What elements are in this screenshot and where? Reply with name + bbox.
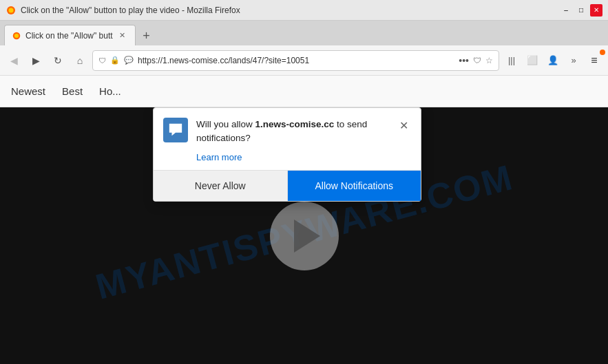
- shield-verify-icon: 🛡: [473, 56, 481, 65]
- notification-indicator: [600, 50, 605, 55]
- tab-active[interactable]: Click on the "Allow" butt ✕: [4, 25, 136, 45]
- home-button[interactable]: ⌂: [70, 51, 90, 70]
- play-button-container[interactable]: [270, 202, 339, 270]
- forward-button[interactable]: ▶: [26, 51, 45, 70]
- popup-question-before: Will you allow: [196, 119, 255, 129]
- security-icon: 🛡: [98, 56, 106, 65]
- new-tab-button[interactable]: +: [137, 26, 156, 45]
- pocket-icon[interactable]: 👤: [543, 51, 563, 70]
- site-nav-home[interactable]: Ho...: [99, 85, 121, 97]
- popup-question: Will you allow 1.news-comise.cc to send …: [196, 119, 367, 143]
- titlebar-left: Click on the "Allow" button to play the …: [6, 5, 240, 16]
- address-bar[interactable]: 🛡 🔒 💬 https://1.news-comise.cc/lands/47/…: [92, 50, 499, 71]
- never-allow-button[interactable]: Never Allow: [154, 171, 288, 201]
- titlebar: Click on the "Allow" button to play the …: [0, 0, 608, 21]
- popup-learn-more: Learn more: [154, 151, 421, 170]
- address-more-button[interactable]: •••: [459, 55, 469, 66]
- site-nav-best[interactable]: Best: [62, 85, 83, 97]
- back-button[interactable]: ◀: [4, 51, 23, 70]
- learn-more-link[interactable]: Learn more: [196, 152, 242, 162]
- play-triangle-icon: [294, 220, 320, 253]
- tabbar: Click on the "Allow" butt ✕ +: [0, 21, 608, 45]
- popup-domain: 1.news-comise.cc: [255, 119, 335, 129]
- tab-close-button[interactable]: ✕: [117, 30, 128, 41]
- close-button[interactable]: ✕: [590, 4, 602, 17]
- notification-icon: 💬: [124, 56, 134, 65]
- tab-favicon: [12, 31, 21, 41]
- main-content: MYANTISPYWARE.COM Will you allow 1.news-…: [0, 107, 608, 364]
- popup-text: Will you allow 1.news-comise.cc to send …: [196, 118, 388, 145]
- tab-title: Click on the "Allow" butt: [25, 31, 113, 41]
- popup-chat-icon: [163, 118, 188, 142]
- titlebar-title: Click on the "Allow" button to play the …: [21, 6, 240, 15]
- url-text: https://1.news-comise.cc/lands/47/?site=…: [138, 56, 454, 65]
- reload-button[interactable]: ↻: [48, 51, 67, 70]
- chat-bubble-icon: [168, 122, 183, 138]
- site-nav-newest[interactable]: Newest: [11, 85, 45, 97]
- svg-point-1: [9, 8, 14, 12]
- bookmark-icon: ☆: [485, 56, 493, 65]
- extensions-button[interactable]: »: [564, 51, 583, 70]
- titlebar-controls: – □ ✕: [560, 4, 602, 17]
- play-circle[interactable]: [270, 202, 339, 270]
- nav-right-icons: ||| ⬜ 👤 » ≡: [502, 51, 604, 70]
- minimize-button[interactable]: –: [560, 4, 572, 17]
- svg-point-3: [14, 33, 19, 37]
- popup-actions: Never Allow Allow Notifications: [154, 170, 421, 201]
- firefox-icon: [6, 5, 17, 16]
- synced-tabs-icon[interactable]: ⬜: [523, 51, 542, 70]
- site-nav: Newest Best Ho...: [0, 76, 608, 107]
- navbar: ◀ ▶ ↻ ⌂ 🛡 🔒 💬 https://1.news-comise.cc/l…: [0, 45, 608, 76]
- library-icon[interactable]: |||: [502, 51, 521, 70]
- allow-notifications-button[interactable]: Allow Notifications: [288, 171, 421, 201]
- menu-wrapper: ≡: [585, 51, 604, 70]
- maximize-button[interactable]: □: [575, 4, 587, 17]
- lock-icon: 🔒: [110, 56, 120, 65]
- notification-popup: Will you allow 1.news-comise.cc to send …: [153, 107, 421, 202]
- popup-close-button[interactable]: ✕: [396, 118, 411, 133]
- popup-header: Will you allow 1.news-comise.cc to send …: [154, 108, 421, 151]
